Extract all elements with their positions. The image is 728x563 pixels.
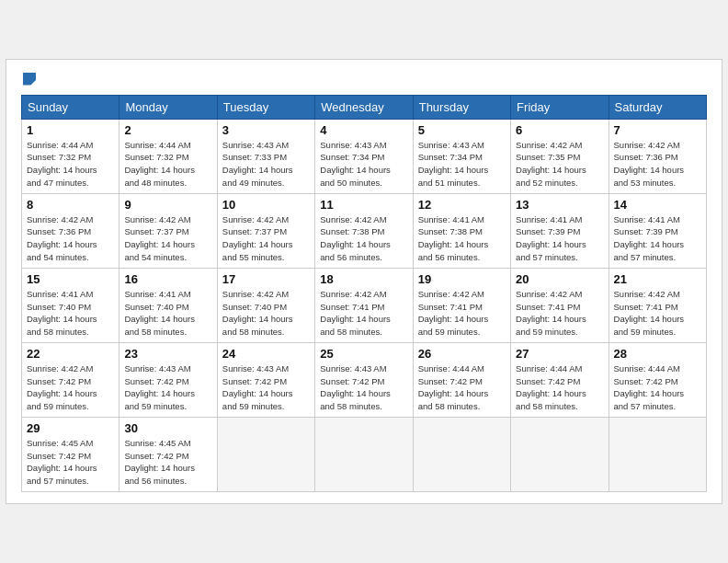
day-info: Sunrise: 4:43 AM Sunset: 7:42 PM Dayligh…	[222, 362, 310, 413]
day-info: Sunrise: 4:44 AM Sunset: 7:32 PM Dayligh…	[27, 139, 114, 190]
calendar-week-row: 29Sunrise: 4:45 AM Sunset: 7:42 PM Dayli…	[22, 417, 707, 491]
calendar-header	[21, 71, 707, 86]
day-info: Sunrise: 4:41 AM Sunset: 7:40 PM Dayligh…	[27, 288, 114, 339]
day-number: 27	[516, 347, 603, 361]
day-number: 3	[222, 123, 310, 137]
day-number: 6	[516, 123, 603, 137]
day-info: Sunrise: 4:43 AM Sunset: 7:34 PM Dayligh…	[418, 139, 506, 190]
calendar-cell: 21Sunrise: 4:42 AM Sunset: 7:41 PM Dayli…	[609, 268, 706, 342]
calendar-cell: 4Sunrise: 4:43 AM Sunset: 7:34 PM Daylig…	[315, 119, 413, 193]
day-info: Sunrise: 4:42 AM Sunset: 7:41 PM Dayligh…	[516, 288, 603, 339]
day-number: 12	[418, 198, 506, 212]
day-number: 22	[27, 347, 114, 361]
weekday-header: Friday	[511, 95, 609, 119]
calendar-cell: 14Sunrise: 4:41 AM Sunset: 7:39 PM Dayli…	[609, 193, 706, 268]
calendar-week-row: 8Sunrise: 4:42 AM Sunset: 7:36 PM Daylig…	[22, 193, 707, 268]
calendar-week-row: 15Sunrise: 4:41 AM Sunset: 7:40 PM Dayli…	[22, 268, 707, 342]
day-number: 25	[320, 347, 407, 361]
calendar-cell: 16Sunrise: 4:41 AM Sunset: 7:40 PM Dayli…	[119, 268, 217, 342]
calendar-cell: 27Sunrise: 4:44 AM Sunset: 7:42 PM Dayli…	[511, 342, 609, 417]
day-info: Sunrise: 4:42 AM Sunset: 7:40 PM Dayligh…	[222, 288, 310, 339]
weekday-header: Wednesday	[315, 95, 413, 119]
weekday-header: Thursday	[413, 95, 510, 119]
day-info: Sunrise: 4:42 AM Sunset: 7:37 PM Dayligh…	[222, 213, 310, 264]
weekday-header: Tuesday	[217, 95, 314, 119]
calendar-container: SundayMondayTuesdayWednesdayThursdayFrid…	[6, 59, 722, 504]
calendar-cell	[217, 417, 314, 491]
day-info: Sunrise: 4:43 AM Sunset: 7:33 PM Dayligh…	[222, 139, 310, 190]
calendar-cell: 26Sunrise: 4:44 AM Sunset: 7:42 PM Dayli…	[413, 342, 510, 417]
day-info: Sunrise: 4:42 AM Sunset: 7:41 PM Dayligh…	[614, 288, 701, 339]
logo-icon	[23, 73, 36, 86]
day-number: 18	[320, 272, 407, 286]
day-number: 16	[124, 272, 211, 286]
calendar-cell	[315, 417, 413, 491]
calendar-cell: 13Sunrise: 4:41 AM Sunset: 7:39 PM Dayli…	[511, 193, 609, 268]
calendar-cell: 11Sunrise: 4:42 AM Sunset: 7:38 PM Dayli…	[315, 193, 413, 268]
calendar-cell: 19Sunrise: 4:42 AM Sunset: 7:41 PM Dayli…	[413, 268, 510, 342]
day-number: 23	[124, 347, 211, 361]
day-info: Sunrise: 4:42 AM Sunset: 7:35 PM Dayligh…	[516, 139, 603, 190]
calendar-cell: 5Sunrise: 4:43 AM Sunset: 7:34 PM Daylig…	[413, 119, 510, 193]
calendar-body: 1Sunrise: 4:44 AM Sunset: 7:32 PM Daylig…	[22, 119, 707, 491]
day-info: Sunrise: 4:44 AM Sunset: 7:32 PM Dayligh…	[124, 139, 211, 190]
day-number: 21	[614, 272, 701, 286]
calendar-cell: 20Sunrise: 4:42 AM Sunset: 7:41 PM Dayli…	[511, 268, 609, 342]
calendar-cell: 29Sunrise: 4:45 AM Sunset: 7:42 PM Dayli…	[22, 417, 119, 491]
logo	[21, 71, 36, 86]
day-info: Sunrise: 4:42 AM Sunset: 7:42 PM Dayligh…	[27, 362, 114, 413]
day-info: Sunrise: 4:45 AM Sunset: 7:42 PM Dayligh…	[27, 437, 114, 488]
calendar-cell: 28Sunrise: 4:44 AM Sunset: 7:42 PM Dayli…	[609, 342, 706, 417]
day-number: 24	[222, 347, 310, 361]
calendar-cell: 12Sunrise: 4:41 AM Sunset: 7:38 PM Dayli…	[413, 193, 510, 268]
day-number: 29	[27, 421, 114, 435]
calendar-cell: 6Sunrise: 4:42 AM Sunset: 7:35 PM Daylig…	[511, 119, 609, 193]
day-number: 14	[614, 198, 701, 212]
day-info: Sunrise: 4:41 AM Sunset: 7:39 PM Dayligh…	[614, 213, 701, 264]
day-number: 20	[516, 272, 603, 286]
logo-line1	[21, 71, 36, 86]
day-info: Sunrise: 4:44 AM Sunset: 7:42 PM Dayligh…	[614, 362, 701, 413]
calendar-cell: 3Sunrise: 4:43 AM Sunset: 7:33 PM Daylig…	[217, 119, 314, 193]
calendar-cell: 1Sunrise: 4:44 AM Sunset: 7:32 PM Daylig…	[22, 119, 119, 193]
calendar-cell	[413, 417, 510, 491]
day-number: 13	[516, 198, 603, 212]
day-number: 2	[124, 123, 211, 137]
day-number: 10	[222, 198, 310, 212]
calendar-cell: 17Sunrise: 4:42 AM Sunset: 7:40 PM Dayli…	[217, 268, 314, 342]
calendar-cell: 23Sunrise: 4:43 AM Sunset: 7:42 PM Dayli…	[119, 342, 217, 417]
day-number: 11	[320, 198, 407, 212]
day-number: 7	[614, 123, 701, 137]
day-number: 15	[27, 272, 114, 286]
day-info: Sunrise: 4:42 AM Sunset: 7:37 PM Dayligh…	[124, 213, 211, 264]
weekday-header: Sunday	[22, 95, 119, 119]
day-number: 28	[614, 347, 701, 361]
calendar-cell: 25Sunrise: 4:43 AM Sunset: 7:42 PM Dayli…	[315, 342, 413, 417]
calendar-cell: 15Sunrise: 4:41 AM Sunset: 7:40 PM Dayli…	[22, 268, 119, 342]
calendar-cell: 9Sunrise: 4:42 AM Sunset: 7:37 PM Daylig…	[119, 193, 217, 268]
day-number: 9	[124, 198, 211, 212]
day-info: Sunrise: 4:42 AM Sunset: 7:38 PM Dayligh…	[320, 213, 407, 264]
day-info: Sunrise: 4:42 AM Sunset: 7:36 PM Dayligh…	[614, 139, 701, 190]
day-number: 19	[418, 272, 506, 286]
calendar-week-row: 1Sunrise: 4:44 AM Sunset: 7:32 PM Daylig…	[22, 119, 707, 193]
calendar-cell: 18Sunrise: 4:42 AM Sunset: 7:41 PM Dayli…	[315, 268, 413, 342]
day-info: Sunrise: 4:42 AM Sunset: 7:41 PM Dayligh…	[418, 288, 506, 339]
calendar-cell	[511, 417, 609, 491]
day-info: Sunrise: 4:42 AM Sunset: 7:41 PM Dayligh…	[320, 288, 407, 339]
calendar-cell	[609, 417, 706, 491]
day-number: 5	[418, 123, 506, 137]
calendar-cell: 7Sunrise: 4:42 AM Sunset: 7:36 PM Daylig…	[609, 119, 706, 193]
day-info: Sunrise: 4:43 AM Sunset: 7:34 PM Dayligh…	[320, 139, 407, 190]
day-info: Sunrise: 4:42 AM Sunset: 7:36 PM Dayligh…	[27, 213, 114, 264]
day-info: Sunrise: 4:44 AM Sunset: 7:42 PM Dayligh…	[516, 362, 603, 413]
day-number: 30	[124, 421, 211, 435]
calendar-cell: 2Sunrise: 4:44 AM Sunset: 7:32 PM Daylig…	[119, 119, 217, 193]
calendar-cell: 8Sunrise: 4:42 AM Sunset: 7:36 PM Daylig…	[22, 193, 119, 268]
weekday-header: Monday	[119, 95, 217, 119]
calendar-cell: 10Sunrise: 4:42 AM Sunset: 7:37 PM Dayli…	[217, 193, 314, 268]
day-info: Sunrise: 4:43 AM Sunset: 7:42 PM Dayligh…	[320, 362, 407, 413]
weekday-header: Saturday	[609, 95, 706, 119]
day-number: 1	[27, 123, 114, 137]
calendar-cell: 22Sunrise: 4:42 AM Sunset: 7:42 PM Dayli…	[22, 342, 119, 417]
